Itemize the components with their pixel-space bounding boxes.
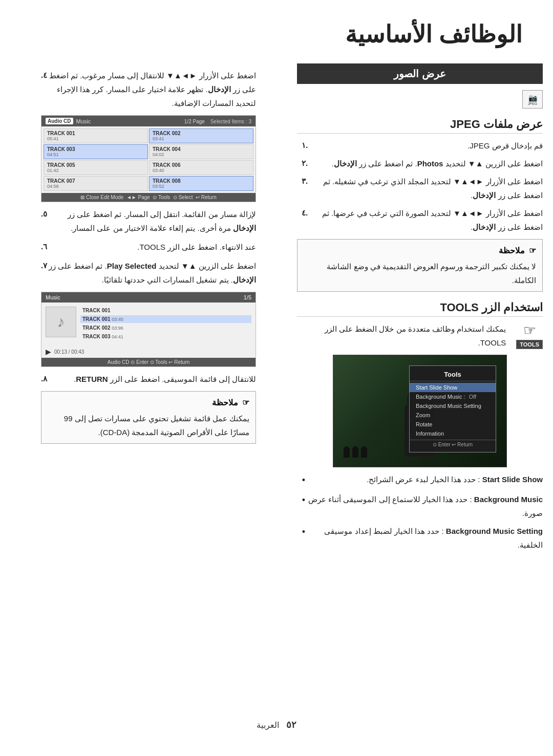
jpeg-step-1: ١. قم بإدخال قرص JPEG. — [297, 139, 543, 153]
track-time: 04:02 — [153, 152, 250, 157]
bullet-text-bgmusic: Background Music : حدد هذا الخيار للاستم… — [308, 492, 543, 520]
music-track-2: TRACK 001 03:45 — [80, 315, 251, 323]
language-label: العربية — [257, 721, 279, 729]
track-time: 05:41 — [47, 136, 144, 141]
track-name: TRACK 003 — [82, 334, 110, 339]
bgmusic-value: Off — [469, 394, 476, 400]
jpeg-section-title: عرض ملفات JPEG — [297, 118, 543, 134]
cd-tracks-grid: TRACK 001 05:41 TRACK 002 03:41 TRACK 00… — [41, 126, 256, 193]
right-step-4: ٤. اضغط على الأزرار ►◄▲▼ للانتقال إلى مس… — [41, 69, 256, 110]
popup-footer: ⊙ Enter ↩ Return — [410, 440, 496, 449]
right-step-7: ٧. اضغط على الزرين ▲▼ لتحديد Play Select… — [41, 259, 256, 287]
music-panel-body: ♪ TRACK 001 TRACK 001 03:45 TRACK 002 03… — [41, 303, 256, 345]
track-time: 03:41 — [153, 136, 250, 141]
cd-header-right: 1/2 Page Selected Items : 3 — [184, 118, 251, 124]
jpeg-icon: 📷 JPEG — [522, 90, 543, 109]
track-time: 01:42 — [47, 168, 144, 173]
left-column: عرض الصور 📷 JPEG عرض ملفات JPEG ١. قم بإ… — [276, 63, 553, 709]
track-name: TRACK 001 — [82, 308, 110, 313]
page-footer: ٥٢ العربية — [0, 709, 553, 736]
track-name: TRACK 006 — [153, 162, 250, 168]
step-number: ٣. — [299, 175, 310, 188]
tools-button-image: ☞ TOOLS — [516, 322, 543, 349]
jpeg-step-3: ٣. اضغط على الأزرار ►◄▲▼ لتحديد المجلد ا… — [297, 175, 543, 202]
popup-item-rotate[interactable]: Rotate — [410, 420, 496, 429]
popup-item-information[interactable]: Information — [410, 429, 496, 438]
cd-track-4: TRACK 004 04:02 — [149, 144, 253, 159]
step-number: ٧. — [41, 259, 47, 272]
note-text-2: يمكنك عمل قائمة تشغيل تحتوي على مسارات ت… — [48, 412, 249, 439]
step-text: اضغط على الزرين ▲▼ لتحديد Photos. ثم اضغ… — [310, 157, 543, 170]
right-step-6: ٦. عند الانتهاء. اضغط على الزر TOOLS. — [41, 240, 256, 254]
cd-label: Audio CD — [46, 118, 73, 124]
step-text: لإزالة مسار من القائمة. انتقل إلى المسار… — [47, 207, 256, 235]
track-name: TRACK 004 — [153, 146, 250, 152]
cd-track-3: TRACK 003 04:51 — [44, 144, 148, 159]
music-track-1: TRACK 001 — [80, 307, 251, 314]
person-3 — [344, 446, 350, 458]
popup-item-bgmusic[interactable]: Background Music : Off — [410, 392, 496, 401]
music-track-4: TRACK 003 04:41 — [80, 333, 251, 340]
cd-track-7: TRACK 007 04:58 — [44, 176, 148, 191]
person-1 — [361, 446, 367, 458]
cd-track-6: TRACK 006 03:40 — [149, 160, 253, 175]
music-footer-text: Audio CD ⊙ Enter ⊙ Tools ↩ Return — [108, 359, 190, 365]
audio-cd-panel: Audio CD Music 1/2 Page Selected Items :… — [41, 115, 256, 202]
note-icon: ☞ — [529, 244, 536, 257]
note-text-1: لا يمكنك تكبير الترجمة ورسوم العروض التق… — [304, 260, 536, 287]
track-time: 04:58 — [47, 184, 144, 189]
page-wrapper: الوظائف الأساسية عرض الصور 📷 JPEG عرض مل… — [0, 0, 553, 756]
bullet-item-bgmusic: • Background Music : حدد هذا الخيار للاس… — [297, 492, 543, 520]
music-time: 00:13 / 00:43 — [54, 349, 84, 355]
page-number: ٥٢ — [286, 720, 296, 730]
music-progress-bar: ▶ 00:13 / 00:43 — [41, 345, 256, 358]
step-text: للانتقال إلى قائمة الموسيقى. اضغط على ال… — [47, 372, 256, 386]
step-text: اضغط على الأزرار ►◄▲▼ لتحديد المجلد الذي… — [310, 175, 543, 202]
track-time: 04:41 — [112, 334, 123, 339]
right-step-8-list: ٨. للانتقال إلى قائمة الموسيقى. اضغط على… — [41, 372, 256, 386]
track-name: TRACK 005 — [47, 162, 144, 168]
tools-btn-label[interactable]: TOOLS — [516, 340, 543, 349]
step-text: عند الانتهاء. اضغط على الزر TOOLS. — [47, 240, 256, 254]
jpeg-step-2: ٢. اضغط على الزرين ▲▼ لتحديد Photos. ثم … — [297, 157, 543, 170]
jpeg-icon-area: 📷 JPEG — [297, 90, 543, 109]
track-name: TRACK 001 — [47, 131, 144, 136]
section-header: عرض الصور — [297, 63, 543, 84]
music-panel-footer: Audio CD ⊙ Enter ⊙ Tools ↩ Return — [41, 358, 256, 366]
play-icon[interactable]: ▶ — [46, 348, 51, 356]
track-name: TRACK 007 — [47, 178, 144, 184]
bullet-dot: • — [299, 472, 308, 488]
music-panel-header: Music 1/5 — [41, 292, 256, 303]
cd-track-8: TRACK 008 03:52 — [149, 176, 253, 191]
tools-description-text: يمكنك استخدام وظائف متعددة من خلال الضغط… — [297, 322, 506, 350]
tools-bullet-list: • Start Slide Show : حدد هذا الخيار لبدء… — [297, 472, 543, 552]
tools-screenshot: Tools Start Slide Show Background Music … — [333, 355, 507, 467]
bullet-text-bgmusic-setting: Background Music Setting : حدد هذا الخيا… — [308, 524, 543, 552]
person-2 — [352, 446, 358, 458]
track-time: 03:52 — [153, 184, 250, 189]
cd-panel-header: Audio CD Music 1/2 Page Selected Items :… — [41, 116, 256, 126]
music-track-3: TRACK 002 03:96 — [80, 324, 251, 332]
popup-item-slideshow[interactable]: Start Slide Show — [410, 383, 496, 392]
popup-item-bgmusic-setting[interactable]: Background Music Setting — [410, 401, 496, 411]
cd-track-5: TRACK 005 01:42 — [44, 160, 148, 175]
cd-track-2: TRACK 002 03:41 — [149, 128, 253, 143]
bullet-text-slideshow: Start Slide Show : حدد هذا الخيار لبدء ع… — [308, 472, 543, 486]
cd-page: 1/2 Page — [184, 119, 205, 124]
step-text: اضغط على الزرين ▲▼ لتحديد Play Selected.… — [47, 259, 256, 287]
note-box-1: ☞ ملاحظة لا يمكنك تكبير الترجمة ورسوم ال… — [297, 239, 543, 292]
people-silhouette — [344, 446, 367, 458]
right-steps-5-7: ٥. لإزالة مسار من القائمة. انتقل إلى الم… — [41, 207, 256, 287]
step-number: ٦. — [41, 240, 47, 253]
tools-section-title: استخدام الزر TOOLS — [297, 301, 543, 317]
step-number: ٨. — [41, 372, 47, 385]
cd-panel-footer: ⊠ Close Edit Mode ◄► Page ⊙ Tools ⊙ Sele… — [41, 193, 256, 202]
bullet-dot: • — [299, 524, 308, 540]
right-column: ٤. اضغط على الأزرار ►◄▲▼ للانتقال إلى مس… — [31, 63, 276, 709]
right-step-5: ٥. لإزالة مسار من القائمة. انتقل إلى الم… — [41, 207, 256, 235]
track-name: TRACK 001 — [82, 316, 110, 322]
page-title: الوظائف الأساسية — [0, 20, 553, 48]
bullet-item-bgmusic-setting: • Background Music Setting : حدد هذا الخ… — [297, 524, 543, 552]
popup-item-zoom[interactable]: Zoom — [410, 411, 496, 420]
track-time: 04:51 — [47, 152, 144, 157]
